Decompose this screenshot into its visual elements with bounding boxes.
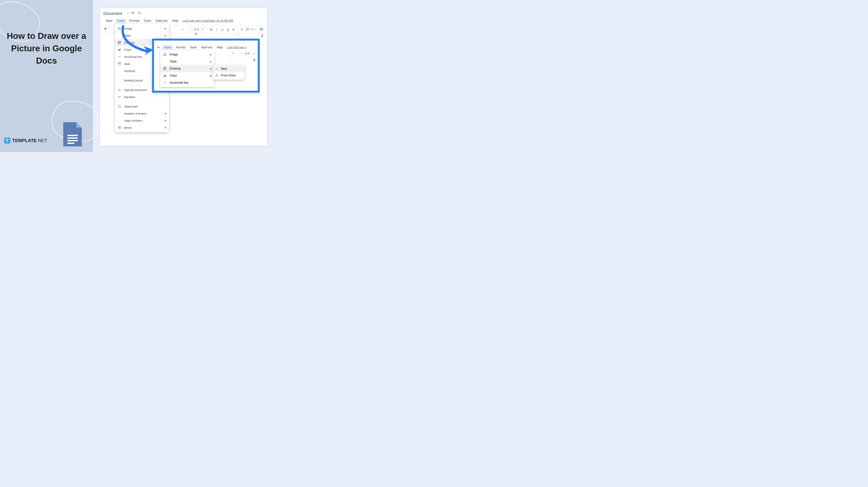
link-button[interactable] [240,27,244,32]
underline-button[interactable]: U [220,27,225,32]
menu-item-headers[interactable]: Headers & footers ▶ [115,110,169,117]
hline-icon [118,55,121,59]
drive-icon [215,74,219,77]
font-minus[interactable]: − [239,52,243,55]
menu-item-equation[interactable]: π² Equation [115,93,169,100]
doc-title-icons: ☆ [126,11,141,15]
ov-menu-addons[interactable]: Add-ons [199,45,214,50]
svg-rect-22 [118,63,121,63]
star-icon[interactable]: ☆ [126,11,129,15]
menubar: View Insert Format Tools Add-ons Help La… [104,18,233,24]
overlay-toolbar: ▼ − 11.5 + [232,51,256,56]
svg-rect-2 [67,140,78,141]
svg-rect-10 [260,29,262,29]
logo-badge: T [4,137,10,144]
drawing-submenu: + New From Drive [213,65,244,79]
template-net-logo: T TEMPLATE.NET [4,137,47,144]
label: Footnote [124,69,135,72]
ruler-number: 1 [230,57,231,60]
ov-item-table[interactable]: Table ▶ [160,58,214,65]
label: Break [124,126,131,129]
footnote-icon [118,69,121,73]
label: Drawing [169,67,181,70]
image-icon [163,53,167,56]
font-value[interactable]: 11.5 [243,52,251,55]
document-title[interactable]: Document [103,11,122,16]
menu-format[interactable]: Format [127,18,141,24]
ruler-number: 2 [238,34,239,36]
overlay-callout: w Insert Format Tools Add-ons Help Last … [152,39,260,93]
svg-rect-0 [67,135,78,136]
label: Special characters [124,88,147,92]
font-size-minus[interactable]: − [188,28,192,31]
menu-help[interactable]: Help [170,18,180,24]
headers-icon [118,111,121,115]
chevron-right-icon: ▶ [210,67,212,70]
italic-button[interactable]: I [215,27,219,32]
divider [115,101,169,102]
bold-button[interactable]: B [209,27,214,32]
chevron-right-icon: ▶ [210,74,212,77]
ov-item-image[interactable]: Image ▶ [160,51,214,58]
svg-rect-3 [67,142,74,144]
svg-rect-20 [118,57,121,57]
text-color-button[interactable]: A [226,27,230,32]
submenu-from-drive[interactable]: From Drive [213,72,244,79]
chevron-right-icon: ▶ [210,53,212,56]
ov-last-edit[interactable]: Last edit was y [227,46,247,49]
ruler-number: 1 [172,34,173,36]
ov-item-chart[interactable]: Chart ▶ [160,72,214,79]
chevron-right-icon: ▶ [165,126,166,129]
styles-dropdown[interactable]: ▼ [182,28,184,30]
font-size-plus[interactable]: + [200,28,205,31]
font-size-control[interactable]: − 11.5 + [188,27,205,32]
ov-item-drawing[interactable]: Drawing ▶ [160,65,214,72]
label: Horizontal line [169,81,188,85]
image-button[interactable]: ▼ [251,27,255,32]
menu-item-break[interactable]: Break ▶ [115,124,169,131]
svg-rect-9 [260,28,263,29]
comment-button[interactable]: + [245,27,250,32]
svg-rect-32 [164,75,165,77]
ov-menu-format[interactable]: Format [174,45,187,50]
font-plus[interactable]: + [251,52,256,55]
ov-item-hline[interactable]: Horizontal line [160,79,214,86]
menu-tools[interactable]: Tools [142,18,153,24]
ov-menu-help[interactable]: Help [215,45,225,50]
svg-rect-1 [67,137,78,139]
menu-item-watermark[interactable]: Watermark [115,103,169,110]
plus-icon: + [215,67,219,71]
label: Page numbers [124,119,143,122]
ov-menu-insert[interactable]: Insert [162,45,173,50]
chevron-right-icon: ▶ [165,112,166,115]
label: Watermark [124,105,138,108]
align-button[interactable] [259,27,264,32]
page-title: How to Draw over a Picture in Google Doc… [6,30,87,67]
ov-font-size[interactable]: − 11.5 + [239,51,256,56]
overlay-insert-dropdown: Image ▶ Table ▶ Drawing ▶ Chart ▶ Horizo… [160,50,214,87]
svg-text:+: + [247,28,248,30]
label: New [221,67,227,70]
dropdown-arrow-icon[interactable]: ▼ [232,53,234,54]
chart-icon [163,74,167,77]
ruler-indent-marker[interactable] [195,33,197,35]
ov-menu-tools[interactable]: Tools [188,45,198,50]
ruler-line [254,58,255,60]
label: Date [124,62,130,65]
menu-view[interactable]: View [104,18,114,24]
paint-format-icon[interactable] [103,27,108,32]
menu-item-pagenums[interactable]: Page numbers ▶ [115,117,169,124]
highlight-button[interactable] [231,27,236,32]
hline-icon [163,81,167,85]
move-icon[interactable] [132,11,135,15]
submenu-new[interactable]: + New [213,65,244,72]
overlay-ruler[interactable]: 1 [226,57,258,61]
separator [257,27,257,31]
font-size-value[interactable]: 11.5 [192,28,200,31]
menu-insert[interactable]: Insert [115,18,127,24]
google-docs-icon [63,122,82,147]
last-edit-link[interactable]: Last edit was yesterday at 10:09 AM [182,19,233,23]
svg-rect-31 [163,76,164,77]
menu-addons[interactable]: Add-ons [154,18,169,24]
cloud-icon[interactable] [137,11,141,15]
